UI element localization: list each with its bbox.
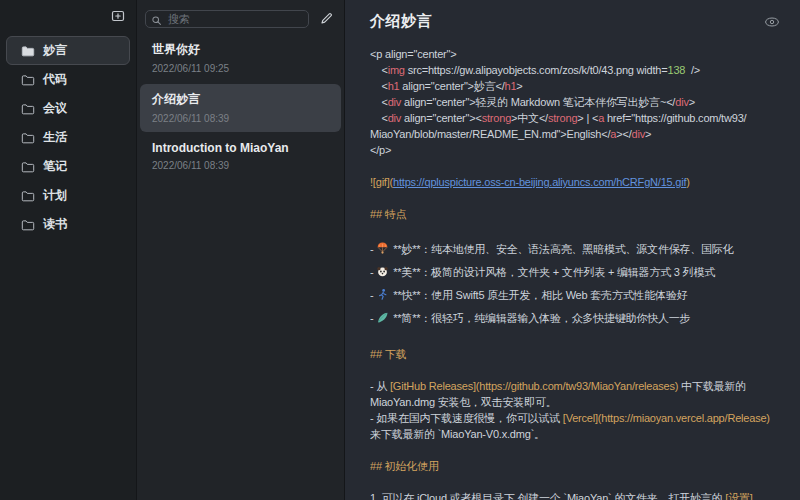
editor-blank-line: [370, 442, 790, 458]
note-item-date: 2022/06/11 08:39: [152, 160, 329, 171]
folder-label: 妙言: [43, 42, 67, 59]
search-icon: [151, 12, 162, 30]
folder-plus-icon[interactable]: [108, 6, 128, 26]
sidebar-item-folder-2[interactable]: 代码: [6, 65, 130, 94]
sidebar-item-folder-1[interactable]: 妙言: [6, 36, 130, 65]
editor-blank-line: [370, 190, 790, 206]
search-input[interactable]: [145, 10, 309, 28]
editor-blank-line: [370, 362, 790, 378]
folder-label: 计划: [43, 187, 67, 204]
editor-line: ![gif](https://qpluspicture.oss-cn-beiji…: [370, 174, 790, 190]
editor-line: 1. 可以在 iCloud 或者根目录下 创建一个 `MiaoYan` 的文件夹…: [370, 490, 790, 500]
editor-line: ## 下载: [370, 346, 790, 362]
editor-line: - 从 [GitHub Releases](https://github.com…: [370, 378, 790, 394]
folder-label: 生活: [43, 129, 67, 146]
note-list-panel: 世界你好2022/06/11 09:25介绍妙言2022/06/11 08:39…: [137, 0, 345, 500]
editor-line: ## 特点: [370, 206, 790, 222]
markdown-source: <p align="center"> <img src=https://gw.a…: [370, 46, 790, 500]
editor-line: <div align="center">轻灵的 Markdown 笔记本伴你写出…: [370, 94, 790, 110]
note-list-item-1[interactable]: 世界你好2022/06/11 09:25: [140, 34, 341, 82]
sidebar-item-folder-3[interactable]: 会议: [6, 94, 130, 123]
editor-line: ## 初始化使用: [370, 458, 790, 474]
note-item-date: 2022/06/11 09:25: [152, 63, 329, 74]
miaoyan-window: 妙言代码会议生活笔记计划读书 世界你好2022/06/11 09:25介绍妙言2…: [0, 0, 800, 500]
folder-sidebar: 妙言代码会议生活笔记计划读书: [0, 0, 137, 500]
search-field-wrap: [145, 9, 309, 27]
editor-blank-line: [370, 158, 790, 174]
editor-line: - 如果在国内下载速度很慢，你可以试试 [Vercel](https://mia…: [370, 410, 790, 426]
folder-label: 读书: [43, 216, 67, 233]
sidebar-item-folder-6[interactable]: 计划: [6, 181, 130, 210]
folder-icon: [21, 74, 35, 86]
folder-list: 妙言代码会议生活笔记计划读书: [0, 36, 136, 239]
editor-line: MiaoYan/blob/master/README_EN.md">Englis…: [370, 126, 790, 142]
folder-label: 代码: [43, 71, 67, 88]
folder-icon: [21, 219, 35, 231]
folder-icon: [21, 132, 35, 144]
editor-line: <img src=https://gw.alipayobjects.com/zo…: [370, 62, 790, 78]
editor-blank-line: [370, 222, 790, 238]
editor-line: - **妙**：纯本地使用、安全、语法高亮、黑暗模式、源文件保存、国际化: [370, 238, 790, 261]
note-item-title: 世界你好: [152, 41, 329, 58]
folder-icon: [21, 161, 35, 173]
runner-emoji-icon: [376, 286, 390, 299]
folder-icon: [21, 103, 35, 115]
pencil-icon[interactable]: [316, 8, 336, 28]
note-list-item-2[interactable]: 介绍妙言2022/06/11 08:39: [140, 84, 341, 132]
note-item-date: 2022/06/11 08:39: [152, 113, 329, 124]
eye-icon[interactable]: [762, 12, 782, 32]
note-list-item-3[interactable]: Introduction to MiaoYan2022/06/11 08:39: [140, 134, 341, 179]
folder-label: 会议: [43, 100, 67, 117]
parachute-emoji-icon: [376, 240, 390, 253]
note-item-title: 介绍妙言: [152, 91, 329, 108]
editor-line: <h1 align="center">妙言</h1>: [370, 78, 790, 94]
editor-line: </p>: [370, 142, 790, 158]
editor-line: - **简**：很轻巧，纯编辑器输入体验，众多快捷键助你快人一步: [370, 307, 790, 330]
editor-line: MiaoYan.dmg 安装包，双击安装即可。: [370, 394, 790, 410]
editor-blank-line: [370, 474, 790, 490]
note-list: 世界你好2022/06/11 09:25介绍妙言2022/06/11 08:39…: [137, 34, 344, 179]
note-list-toolbar: [137, 0, 344, 32]
folder-icon: [21, 45, 35, 57]
note-item-title: Introduction to MiaoYan: [152, 141, 329, 155]
sidebar-item-folder-4[interactable]: 生活: [6, 123, 130, 152]
editor-panel[interactable]: 介绍妙言 <p align="center"> <img src=https:/…: [345, 0, 800, 500]
sidebar-item-folder-7[interactable]: 读书: [6, 210, 130, 239]
sidebar-toolbar: [0, 0, 136, 36]
note-title: 介绍妙言: [370, 12, 786, 31]
folder-icon: [21, 190, 35, 202]
folder-label: 笔记: [43, 158, 67, 175]
editor-blank-line: [370, 330, 790, 346]
editor-line: - **美**：极简的设计风格，文件夹 + 文件列表 + 编辑器方式 3 列模式: [370, 261, 790, 284]
dog-face-emoji-icon: [376, 263, 390, 276]
editor-line: <p align="center">: [370, 46, 790, 62]
editor-line: <div align="center"><strong>中文</strong> …: [370, 110, 790, 126]
feather-emoji-icon: [376, 309, 390, 322]
editor-line: - **快**：使用 Swift5 原生开发，相比 Web 套壳方式性能体验好: [370, 284, 790, 307]
sidebar-item-folder-5[interactable]: 笔记: [6, 152, 130, 181]
editor-line: 来下载最新的 `MiaoYan-V0.x.dmg`。: [370, 426, 790, 442]
